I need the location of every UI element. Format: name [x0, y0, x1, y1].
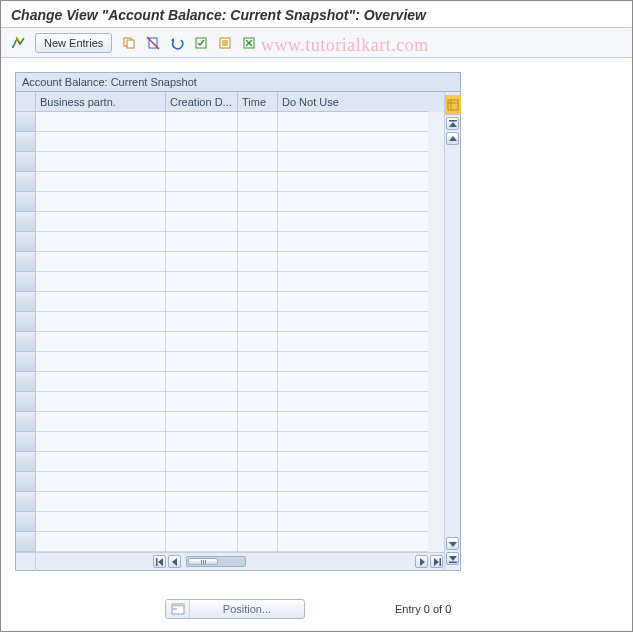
- table-cell[interactable]: [166, 212, 238, 232]
- table-cell[interactable]: [166, 232, 238, 252]
- table-cell[interactable]: [166, 252, 238, 272]
- table-cell[interactable]: [166, 312, 238, 332]
- table-cell[interactable]: [278, 452, 428, 472]
- table-cell[interactable]: [166, 452, 238, 472]
- row-selector[interactable]: [16, 232, 36, 252]
- table-cell[interactable]: [36, 492, 166, 512]
- scroll-bottom-icon[interactable]: [446, 552, 459, 565]
- table-cell[interactable]: [166, 432, 238, 452]
- scroll-left-icon[interactable]: [168, 555, 181, 568]
- row-selector[interactable]: [16, 192, 36, 212]
- table-cell[interactable]: [238, 392, 278, 412]
- table-cell[interactable]: [238, 152, 278, 172]
- table-cell[interactable]: [278, 192, 428, 212]
- table-cell[interactable]: [238, 412, 278, 432]
- column-header[interactable]: Do Not Use: [278, 92, 428, 112]
- table-cell[interactable]: [238, 492, 278, 512]
- table-cell[interactable]: [238, 372, 278, 392]
- column-header[interactable]: Business partn.: [36, 92, 166, 112]
- toggle-icon[interactable]: [7, 33, 29, 53]
- table-cell[interactable]: [278, 532, 428, 552]
- table-cell[interactable]: [36, 512, 166, 532]
- table-cell[interactable]: [166, 412, 238, 432]
- table-cell[interactable]: [166, 352, 238, 372]
- table-cell[interactable]: [238, 432, 278, 452]
- row-selector[interactable]: [16, 312, 36, 332]
- table-cell[interactable]: [36, 152, 166, 172]
- table-cell[interactable]: [238, 132, 278, 152]
- table-cell[interactable]: [238, 452, 278, 472]
- table-cell[interactable]: [238, 212, 278, 232]
- table-cell[interactable]: [238, 532, 278, 552]
- table-cell[interactable]: [238, 172, 278, 192]
- table-cell[interactable]: [36, 472, 166, 492]
- undo-icon[interactable]: [166, 33, 188, 53]
- position-button[interactable]: Position...: [165, 599, 305, 619]
- table-cell[interactable]: [36, 252, 166, 272]
- scroll-top-icon[interactable]: [446, 117, 459, 130]
- scroll-down-icon[interactable]: [446, 537, 459, 550]
- row-selector[interactable]: [16, 152, 36, 172]
- select-all-icon[interactable]: [190, 33, 212, 53]
- table-cell[interactable]: [166, 152, 238, 172]
- table-cell[interactable]: [278, 252, 428, 272]
- table-cell[interactable]: [36, 412, 166, 432]
- table-cell[interactable]: [278, 352, 428, 372]
- table-cell[interactable]: [36, 452, 166, 472]
- row-selector[interactable]: [16, 512, 36, 532]
- table-cell[interactable]: [278, 512, 428, 532]
- table-cell[interactable]: [238, 112, 278, 132]
- table-cell[interactable]: [166, 332, 238, 352]
- table-cell[interactable]: [36, 532, 166, 552]
- table-cell[interactable]: [238, 292, 278, 312]
- row-selector[interactable]: [16, 272, 36, 292]
- column-header[interactable]: Time: [238, 92, 278, 112]
- table-cell[interactable]: [238, 312, 278, 332]
- table-cell[interactable]: [36, 352, 166, 372]
- table-cell[interactable]: [166, 292, 238, 312]
- row-selector[interactable]: [16, 332, 36, 352]
- row-selector[interactable]: [16, 212, 36, 232]
- table-cell[interactable]: [278, 392, 428, 412]
- new-entries-button[interactable]: New Entries: [35, 33, 112, 53]
- row-selector[interactable]: [16, 452, 36, 472]
- table-cell[interactable]: [166, 172, 238, 192]
- scroll-thumb[interactable]: [188, 558, 218, 565]
- row-selector[interactable]: [16, 432, 36, 452]
- row-selector[interactable]: [16, 132, 36, 152]
- table-cell[interactable]: [36, 292, 166, 312]
- row-selector[interactable]: [16, 372, 36, 392]
- table-cell[interactable]: [238, 232, 278, 252]
- deselect-all-icon[interactable]: [238, 33, 260, 53]
- scroll-last-icon[interactable]: [430, 555, 443, 568]
- table-cell[interactable]: [278, 492, 428, 512]
- row-selector[interactable]: [16, 392, 36, 412]
- scroll-right-icon[interactable]: [415, 555, 428, 568]
- table-cell[interactable]: [166, 512, 238, 532]
- copy-icon[interactable]: [118, 33, 140, 53]
- scroll-up-icon[interactable]: [446, 132, 459, 145]
- table-cell[interactable]: [238, 272, 278, 292]
- table-cell[interactable]: [278, 272, 428, 292]
- row-selector[interactable]: [16, 292, 36, 312]
- table-cell[interactable]: [238, 192, 278, 212]
- table-cell[interactable]: [278, 132, 428, 152]
- table-cell[interactable]: [238, 332, 278, 352]
- table-cell[interactable]: [238, 352, 278, 372]
- table-cell[interactable]: [238, 472, 278, 492]
- table-cell[interactable]: [36, 132, 166, 152]
- table-cell[interactable]: [166, 372, 238, 392]
- table-cell[interactable]: [278, 292, 428, 312]
- table-cell[interactable]: [278, 112, 428, 132]
- table-cell[interactable]: [166, 492, 238, 512]
- table-cell[interactable]: [36, 332, 166, 352]
- row-selector[interactable]: [16, 492, 36, 512]
- table-cell[interactable]: [36, 432, 166, 452]
- table-cell[interactable]: [278, 472, 428, 492]
- table-cell[interactable]: [278, 152, 428, 172]
- table-cell[interactable]: [278, 312, 428, 332]
- row-selector[interactable]: [16, 172, 36, 192]
- table-cell[interactable]: [166, 472, 238, 492]
- table-cell[interactable]: [278, 412, 428, 432]
- row-selector[interactable]: [16, 412, 36, 432]
